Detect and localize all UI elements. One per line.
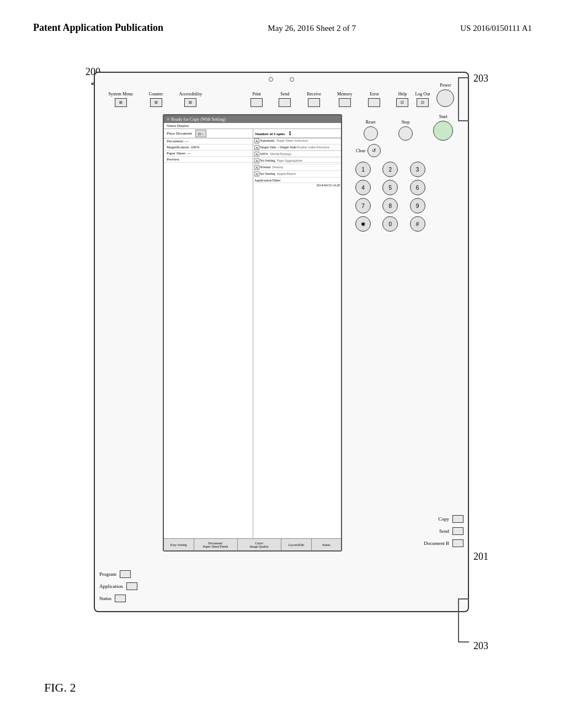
error-btn[interactable] — [368, 98, 380, 107]
send-right-row: Send — [353, 527, 463, 535]
system-menu-col: System Menu ⊞ — [108, 92, 132, 107]
key-hash[interactable]: # — [410, 216, 425, 232]
setting-row-4: A No Setting Page Aggregation — [253, 158, 341, 164]
tab-doc-paper[interactable]: Document/Paper Sheet/Finish — [194, 539, 238, 550]
print-col: Print — [250, 92, 263, 107]
accessibility-btn[interactable]: ⊞ — [184, 98, 196, 107]
send-btn[interactable] — [279, 98, 291, 107]
clear-label: Clear — [356, 148, 365, 153]
paper-sheet-info: Paper Sheet: --- — [167, 151, 191, 156]
system-menu-btn[interactable]: ⊞ — [115, 98, 127, 107]
reset-label: Reset — [366, 120, 376, 125]
help-col: Help ⊡ — [396, 92, 408, 107]
tp-tabs-row: Easy Setting Document/Paper Sheet/Finish… — [164, 538, 341, 550]
action-row-top: Reset Stop Start — [353, 114, 463, 141]
key-7[interactable]: 7 — [355, 198, 371, 213]
key-3[interactable]: 3 — [410, 162, 425, 177]
numpad-grid: 1 2 3 4 5 6 7 8 9 ✱ 0 # — [353, 159, 463, 234]
magnification-info: Magnification: 100% — [167, 145, 200, 149]
accessibility-col: Accessibility ⊞ — [179, 92, 202, 107]
reset-btn[interactable] — [364, 126, 378, 141]
ref-203-bottom-label: 203 — [473, 640, 488, 651]
print-btn[interactable] — [250, 98, 263, 107]
key-2[interactable]: 2 — [382, 162, 398, 177]
stop-col: Stop — [398, 120, 413, 141]
receive-btn[interactable] — [308, 98, 320, 107]
setting-sub-double: Double Sides/Division — [297, 145, 329, 150]
application-btn[interactable] — [126, 582, 137, 590]
copy-btn[interactable] — [452, 515, 463, 523]
key-spacer2 — [437, 180, 452, 195]
counter-col: Counter ⊞ — [149, 92, 163, 107]
document-b-btn[interactable] — [452, 539, 463, 547]
tab-layout-edit[interactable]: Layout/Edit — [281, 539, 312, 550]
bracket-top-h2 — [459, 120, 469, 121]
key-9[interactable]: 9 — [410, 198, 425, 213]
counter-label: Counter — [149, 92, 163, 97]
power-btn[interactable] — [436, 89, 454, 107]
num-copies-header: Number of Copies 1 — [253, 129, 341, 138]
copy-count: 1 — [289, 130, 291, 136]
device-outline: System Menu ⊞ Counter ⊞ Accessibility ⊞ … — [94, 72, 469, 612]
send-right-btn[interactable] — [452, 527, 463, 535]
key-1[interactable]: 1 — [355, 162, 371, 177]
numpad-area: Reset Stop Start Clear ↺ — [353, 114, 463, 234]
key-5[interactable]: 5 — [382, 180, 398, 195]
key-6[interactable]: 6 — [410, 180, 425, 195]
stop-label: Stop — [402, 120, 410, 125]
receive-label: Receive — [307, 92, 321, 97]
status-label: Status — [99, 596, 111, 601]
ref-203-top: 203 — [473, 73, 488, 84]
setting-sub-staple: Staple/Punch — [277, 172, 296, 176]
start-label: Start — [439, 114, 447, 119]
document-icon: ⊡→ — [195, 130, 206, 137]
setting-row-1: A Automatic Paper Sheet Selection — [253, 138, 341, 144]
tab-color-quality[interactable]: Color/Image Quality — [238, 539, 281, 550]
receive-col: Receive — [307, 92, 321, 107]
tp-header-bar: ≡ Ready for Copy (With Setting) — [164, 115, 341, 123]
clear-btn[interactable]: ↺ — [367, 144, 381, 157]
send-col: Send — [279, 92, 291, 107]
page-header: Patent Application Publication May 26, 2… — [0, 22, 565, 34]
key-spacer — [437, 162, 452, 177]
tab-status[interactable]: Status — [312, 539, 342, 550]
key-spacer3 — [437, 198, 452, 213]
indicator-dot-2 — [290, 77, 294, 82]
logout-btn[interactable]: ⊡ — [417, 98, 429, 107]
key-4[interactable]: 4 — [355, 180, 371, 195]
key-star[interactable]: ✱ — [355, 216, 371, 232]
setting-row-3: A 100% Shrink/Enlarge — [253, 151, 341, 158]
ref-203-top-label: 203 — [473, 73, 488, 84]
key-0[interactable]: 0 — [382, 216, 398, 232]
print-label: Print — [252, 92, 261, 97]
figure-container: 200 ↙ System Menu ⊞ Counter ⊞ Accessibil… — [83, 61, 491, 689]
counter-btn[interactable]: ⊞ — [150, 98, 162, 107]
icon-a-4: A — [254, 158, 259, 163]
touch-panel: ≡ Ready for Copy (With Setting) Status D… — [163, 114, 342, 552]
tab-easy-setting[interactable]: Easy Setting — [164, 539, 194, 550]
right-top-controls: Help ⊡ Log Out ⊡ Power — [396, 83, 454, 107]
stop-btn[interactable] — [398, 126, 413, 141]
publication-date-sheet: May 26, 2016 Sheet 2 of 7 — [268, 24, 356, 33]
status-btn[interactable] — [115, 595, 126, 602]
bracket-bottom-h2 — [459, 598, 469, 599]
setting-row-6: A No Setting Staple/Punch — [253, 171, 341, 178]
document-b-label: Document B — [424, 540, 449, 546]
fig-label: FIG. 2 — [44, 681, 76, 695]
help-btn[interactable]: ⊡ — [396, 98, 408, 107]
setting-label-nosetting2: No Setting — [260, 172, 275, 176]
left-nav-buttons: Program Application Status — [99, 114, 160, 607]
main-area: Program Application Status ≡ Ready for C… — [99, 114, 463, 607]
start-btn[interactable] — [433, 121, 453, 141]
memory-btn[interactable] — [339, 98, 351, 107]
key-8[interactable]: 8 — [382, 198, 398, 213]
application-row: Application — [99, 582, 160, 590]
send-label: Send — [280, 92, 289, 97]
setting-label-normal: Normal — [260, 165, 271, 170]
program-btn[interactable] — [120, 570, 131, 578]
accessibility-label: Accessibility — [179, 92, 202, 97]
icon-a-3: A — [254, 152, 259, 157]
setting-label-nosetting1: No Setting — [260, 158, 275, 163]
bracket-bottom-h1 — [459, 641, 469, 643]
settings-columns: Number of Copies 1 A Automatic Paper She… — [253, 129, 341, 538]
